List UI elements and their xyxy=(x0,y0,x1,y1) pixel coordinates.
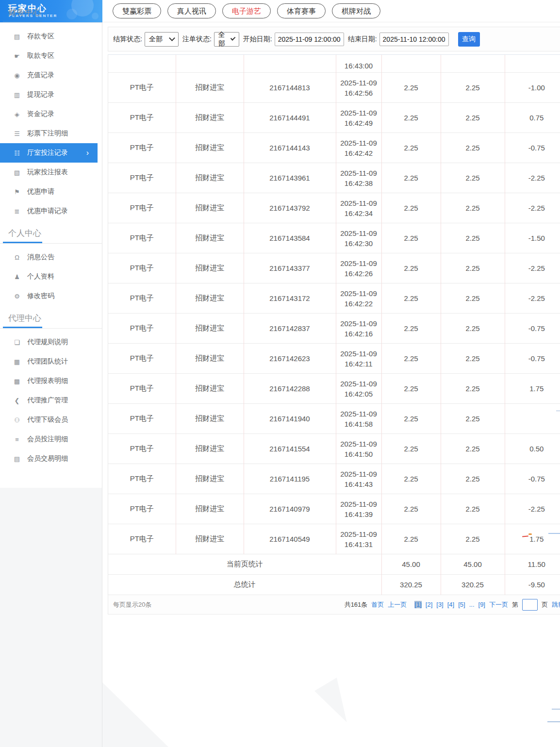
cell-bet-time: 2025-11-0916:42:34 xyxy=(336,193,381,223)
users-icon: ⚇ xyxy=(13,416,21,424)
cell-hall: PT电子 xyxy=(108,464,176,494)
orange-annotation-mark xyxy=(528,533,532,535)
jump-suffix-label: 页 xyxy=(542,600,548,609)
page-link[interactable]: [9] xyxy=(478,601,485,608)
cell-bet-time: 2025-11-0916:42:49 xyxy=(336,103,381,133)
sidebar-item-profile[interactable]: ♟个人资料 xyxy=(0,267,98,286)
sidebar-item-label: 修改密码 xyxy=(27,292,54,300)
page-link-current[interactable]: [1] xyxy=(414,601,421,608)
next-page-link[interactable]: 下一页 xyxy=(489,600,508,609)
sidebar-item-player-bet-report[interactable]: ▧玩家投注报表 xyxy=(0,163,98,182)
cell-win-loss: 1.75 xyxy=(505,524,560,554)
page-link[interactable]: [2] xyxy=(426,601,432,608)
cell-game: 招财进宝 xyxy=(176,73,244,103)
sidebar-item-change-password[interactable]: ⚙修改密码 xyxy=(0,286,98,306)
cell-game: 招财进宝 xyxy=(176,524,244,554)
table-row: PT电子招财进宝21671415542025-11-0916:41:502.25… xyxy=(108,434,560,464)
page-ellipsis: ... xyxy=(469,601,475,608)
sidebar-item-hall-bet-records[interactable]: ☷厅室投注记录› xyxy=(0,143,98,163)
page-link[interactable]: [5] xyxy=(458,601,465,608)
watermark-triangle xyxy=(314,678,350,722)
cell-win-loss: -2.25 xyxy=(505,253,560,283)
sidebar-item-announcements[interactable]: Ω消息公告 xyxy=(0,248,98,267)
sidebar-item-funds-records[interactable]: ◈资金记录 xyxy=(0,104,98,124)
sidebar-item-label: 厅室投注记录 xyxy=(27,149,68,157)
clipped-element-edge xyxy=(547,721,560,722)
settle-status-select[interactable]: 全部 xyxy=(145,32,179,47)
total-count: 共161条 xyxy=(345,600,368,609)
document-icon: ❏ xyxy=(13,339,21,346)
sidebar-item-agent-subordinates[interactable]: ⚇代理下级会员 xyxy=(0,410,98,430)
cell-valid-bet: 2.25 xyxy=(441,283,505,314)
prev-page-link[interactable]: 上一页 xyxy=(388,600,407,609)
jump-prefix-label: 第 xyxy=(512,600,518,609)
topnav-tab-board-games[interactable]: 棋牌对战 xyxy=(332,3,380,18)
sidebar-item-label: 优惠申请 xyxy=(27,187,54,196)
sidebar-item-member-bet-details[interactable]: ≡会员投注明细 xyxy=(0,430,98,449)
start-date-input[interactable] xyxy=(275,33,344,46)
settle-status-label: 结算状态: xyxy=(113,35,142,44)
sidebar-items: Ω消息公告♟个人资料⚙修改密码 xyxy=(0,244,102,306)
jump-button[interactable]: 跳转 xyxy=(552,600,560,609)
sidebar-item-promo-apply-records[interactable]: ≣优惠申请记录 xyxy=(0,201,98,221)
cell-win-loss: 0.50 xyxy=(505,434,560,464)
sidebar-item-member-transaction-details[interactable]: ▤会员交易明细 xyxy=(0,449,98,468)
cell-hall: PT电子 xyxy=(108,524,176,554)
stats-icon: ▦ xyxy=(13,358,21,365)
cell-order-number: 2167143961 xyxy=(244,163,336,193)
end-date-label: 结束日期: xyxy=(348,35,377,44)
promo-list-icon: ≣ xyxy=(13,208,21,215)
page-link[interactable]: [4] xyxy=(447,601,454,608)
chevron-down-icon xyxy=(169,35,175,41)
sidebar-item-lottery-bet-details[interactable]: ☰彩票下注明细 xyxy=(0,124,98,143)
sidebar-section-title: 代理中心 xyxy=(0,311,102,327)
jump-page-input[interactable] xyxy=(522,599,538,611)
cell-valid-bet: 2.25 xyxy=(441,103,505,133)
end-date-input[interactable] xyxy=(379,33,449,46)
topnav-tab-lottery[interactable]: 雙赢彩票 xyxy=(113,3,161,18)
cell-game: 招财进宝 xyxy=(176,103,244,133)
topnav-tab-egames[interactable]: 电子游艺 xyxy=(222,3,271,18)
cell-hall: PT电子 xyxy=(108,193,176,223)
sidebar-item-agent-report-details[interactable]: ▩代理报表明细 xyxy=(0,371,98,391)
cell-game: 招财进宝 xyxy=(176,374,244,404)
table-row: PT电子招财进宝21671431722025-11-0916:42:222.25… xyxy=(108,283,560,314)
wallet-icon: ▥ xyxy=(13,91,21,99)
cell-bet-amount: 2.25 xyxy=(381,494,441,524)
page-link[interactable]: [3] xyxy=(436,601,443,608)
cell-order-number: 2167140979 xyxy=(244,494,336,524)
sidebar-item-withdrawal-records[interactable]: ▥提现记录 xyxy=(0,85,98,104)
table-cell xyxy=(441,55,505,73)
cell-bet-time: 2025-11-0916:42:56 xyxy=(336,73,381,103)
first-page-link[interactable]: 首页 xyxy=(371,600,384,609)
settle-status-value: 全部 xyxy=(149,35,163,44)
sidebar-item-agent-promotion[interactable]: ❮代理推广管理 xyxy=(0,391,98,410)
cell-valid-bet: 2.25 xyxy=(441,223,505,253)
cell-bet-amount: 2.25 xyxy=(381,103,441,133)
cell-win-loss: -2.25 xyxy=(505,163,560,193)
sidebar-item-withdraw[interactable]: ☛取款专区 xyxy=(0,46,98,66)
topnav-tab-live-casino[interactable]: 真人视讯 xyxy=(167,3,216,18)
sidebar-item-deposit[interactable]: ▤存款专区 xyxy=(0,27,98,46)
table-row: PT电子招财进宝21671419402025-11-0916:41:582.25… xyxy=(108,404,560,434)
table-row-partial: 16:43:00 xyxy=(108,55,560,73)
share-icon: ❮ xyxy=(13,397,21,404)
cell-bet-time: 2025-11-0916:42:05 xyxy=(336,374,381,404)
cell-hall: PT电子 xyxy=(108,133,176,163)
cell-hall: PT电子 xyxy=(108,73,176,103)
sidebar-item-agent-rules[interactable]: ❏代理规则说明 xyxy=(0,332,98,352)
sidebar-item-label: 代理报表明细 xyxy=(27,377,68,385)
sidebar-item-label: 消息公告 xyxy=(27,253,54,262)
clipped-element-edge xyxy=(556,411,560,411)
sidebar-item-promo-apply[interactable]: ⚑优惠申请 xyxy=(0,182,98,201)
table-cell xyxy=(176,55,244,73)
order-status-select[interactable]: 全部 xyxy=(214,32,239,47)
cell-order-number: 2167144143 xyxy=(244,133,336,163)
sidebar-item-recharge-records[interactable]: ◉充值记录 xyxy=(0,66,98,85)
cell-win-loss xyxy=(505,404,560,434)
sidebar-item-agent-team-stats[interactable]: ▦代理团队统计 xyxy=(0,352,98,371)
cell-game: 招财进宝 xyxy=(176,314,244,344)
search-button[interactable]: 查询 xyxy=(458,32,480,47)
topnav-tab-sports[interactable]: 体育赛事 xyxy=(277,3,326,18)
sidebar-section-title: 财务中心 xyxy=(0,5,102,21)
